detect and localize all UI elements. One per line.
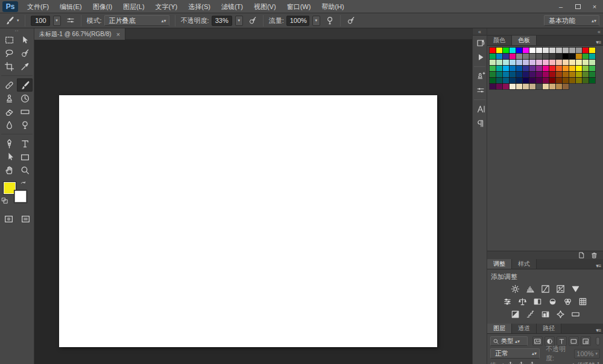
- swatch[interactable]: [589, 48, 595, 53]
- panel-menu-icon[interactable]: ▾≡: [596, 263, 601, 269]
- swatch[interactable]: [490, 72, 496, 77]
- curves-button[interactable]: [540, 284, 551, 293]
- swatch[interactable]: [529, 48, 535, 53]
- tab-colors-色板[interactable]: 色板: [512, 36, 537, 45]
- unify-rotation-icon[interactable]: [528, 361, 536, 364]
- swap-colors-icon[interactable]: [20, 180, 28, 188]
- menu-item[interactable]: 文件(F): [22, 0, 54, 13]
- photo-filter-button[interactable]: [548, 297, 558, 306]
- swatch[interactable]: [496, 84, 502, 89]
- swatch[interactable]: [569, 78, 575, 83]
- swatch[interactable]: [490, 54, 496, 59]
- filter-smart-objects-button[interactable]: [581, 336, 591, 346]
- swatch[interactable]: [549, 66, 555, 71]
- tab-close-icon[interactable]: ×: [116, 31, 120, 38]
- zoom-tool[interactable]: [17, 163, 33, 177]
- swatch[interactable]: [529, 60, 535, 65]
- swatch[interactable]: [523, 66, 529, 71]
- tab-adjustments-样式[interactable]: 样式: [512, 259, 537, 269]
- hue-saturation-button[interactable]: [502, 297, 513, 306]
- panel-menu-icon[interactable]: ▾≡: [596, 39, 601, 45]
- swatch[interactable]: [523, 78, 529, 83]
- swatch[interactable]: [523, 72, 529, 77]
- tab-colors-颜色[interactable]: 颜色: [487, 36, 512, 45]
- flow-dropdown-arrow[interactable]: ▾: [312, 16, 320, 26]
- swatch[interactable]: [543, 60, 549, 65]
- menu-item[interactable]: 视图(V): [248, 0, 282, 13]
- swatch[interactable]: [523, 54, 529, 59]
- swatch[interactable]: [543, 66, 549, 71]
- swatch[interactable]: [543, 84, 549, 89]
- lasso-tool[interactable]: [1, 46, 17, 60]
- menu-item[interactable]: 图像(I): [87, 0, 118, 13]
- swatch[interactable]: [556, 84, 562, 89]
- quick-mask-button[interactable]: [1, 213, 16, 225]
- channel-mixer-button[interactable]: [563, 297, 573, 306]
- swatch[interactable]: [576, 78, 582, 83]
- opacity-dropdown-arrow[interactable]: ▾: [235, 16, 243, 26]
- eraser-tool[interactable]: [1, 105, 17, 118]
- actions-panel[interactable]: [473, 50, 488, 64]
- menu-item[interactable]: 选择(S): [183, 0, 216, 13]
- swatch[interactable]: [523, 48, 529, 53]
- swatch[interactable]: [490, 60, 496, 65]
- swatch[interactable]: [516, 78, 522, 83]
- filter-toggle-switch[interactable]: [596, 337, 600, 345]
- propagate-checkbox[interactable]: ✓: [570, 362, 575, 364]
- swatch[interactable]: [503, 78, 509, 83]
- swatch[interactable]: [569, 72, 575, 77]
- history-brush-tool[interactable]: [17, 92, 33, 105]
- gradient-tool[interactable]: [17, 105, 33, 118]
- brightness-contrast-button[interactable]: [510, 284, 520, 293]
- swatch[interactable]: [549, 48, 555, 53]
- background-color-swatch[interactable]: [14, 190, 27, 203]
- blur-tool[interactable]: [1, 118, 17, 131]
- swatch[interactable]: [563, 54, 569, 59]
- tablet-pressure-opacity-icon[interactable]: [248, 16, 257, 25]
- swatch[interactable]: [516, 60, 522, 65]
- swatch[interactable]: [563, 84, 569, 89]
- layer-filter-select[interactable]: 类型 ▴▾: [490, 336, 528, 346]
- brush-size-field[interactable]: 100: [31, 16, 50, 26]
- swatch[interactable]: [503, 48, 509, 53]
- swatch[interactable]: [536, 66, 542, 71]
- swatch[interactable]: [516, 72, 522, 77]
- swatch[interactable]: [556, 78, 562, 83]
- move-tool[interactable]: [17, 33, 33, 46]
- swatch[interactable]: [576, 60, 582, 65]
- levels-button[interactable]: [525, 284, 535, 293]
- swatch[interactable]: [582, 48, 589, 53]
- swatch[interactable]: [503, 84, 509, 89]
- delete-swatch-icon[interactable]: [590, 251, 598, 259]
- blend-mode-select[interactable]: 正片叠底 ▴▾: [104, 15, 169, 26]
- swatch[interactable]: [556, 60, 562, 65]
- restore-button[interactable]: [569, 1, 586, 12]
- crop-tool[interactable]: [1, 60, 17, 73]
- brush-panel-toggle-icon[interactable]: [66, 16, 75, 25]
- swatch[interactable]: [496, 48, 502, 53]
- swatch[interactable]: [563, 60, 569, 65]
- swatch[interactable]: [523, 84, 529, 89]
- swatch[interactable]: [503, 60, 509, 65]
- airbrush-icon[interactable]: [325, 16, 335, 25]
- layer-blend-mode-select[interactable]: 正常 ▴▾: [490, 348, 540, 359]
- swatch[interactable]: [516, 84, 522, 89]
- screen-mode-button[interactable]: [18, 213, 33, 225]
- swatch[interactable]: [529, 84, 535, 89]
- swatch[interactable]: [490, 66, 496, 71]
- swatch[interactable]: [490, 84, 496, 89]
- swatch[interactable]: [529, 78, 535, 83]
- swatch[interactable]: [496, 78, 502, 83]
- path-selection-tool[interactable]: [1, 150, 17, 163]
- exposure-button[interactable]: [555, 284, 566, 293]
- swatch[interactable]: [496, 66, 502, 71]
- swatch[interactable]: [543, 72, 549, 77]
- selective-color-button[interactable]: [555, 310, 566, 319]
- swatch[interactable]: [582, 78, 589, 83]
- swatch[interactable]: [543, 78, 549, 83]
- swatch[interactable]: [582, 72, 589, 77]
- swatch[interactable]: [589, 60, 595, 65]
- menu-item[interactable]: 编辑(E): [54, 0, 87, 13]
- opacity-field[interactable]: 33%: [212, 16, 232, 26]
- swatch[interactable]: [516, 66, 522, 71]
